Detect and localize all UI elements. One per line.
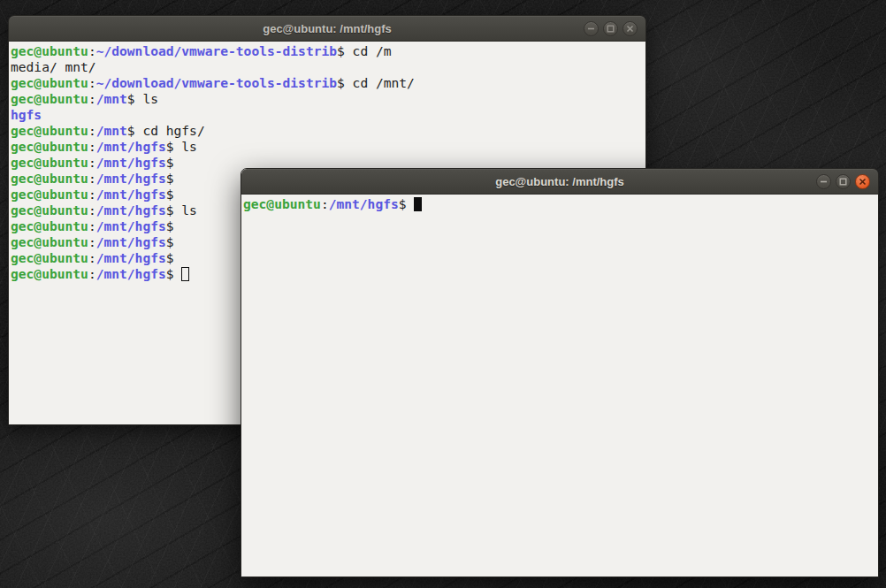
close-button[interactable] <box>622 21 638 36</box>
terminal-output[interactable]: gec@ubuntu:/mnt/hgfs$ <box>241 195 878 577</box>
terminal-window-foreground[interactable]: gec@ubuntu: /mnt/hgfs gec@ubuntu:/mnt/hg… <box>241 168 879 577</box>
maximize-button[interactable] <box>603 21 618 36</box>
titlebar[interactable]: gec@ubuntu: /mnt/hgfs <box>241 169 878 195</box>
close-icon <box>626 25 634 33</box>
maximize-icon <box>839 178 847 186</box>
terminal-cursor <box>414 197 422 211</box>
window-title: gec@ubuntu: /mnt/hgfs <box>9 16 645 41</box>
minimize-icon <box>820 178 828 186</box>
terminal-line: gec@ubuntu:/mnt/hgfs$ <box>243 196 878 212</box>
maximize-icon <box>607 25 615 33</box>
minimize-icon <box>587 25 595 33</box>
window-title: gec@ubuntu: /mnt/hgfs <box>241 169 878 194</box>
terminal-line: media/ mnt/ <box>11 59 645 75</box>
close-button[interactable] <box>855 174 870 189</box>
window-controls <box>816 169 870 194</box>
window-controls <box>584 16 638 41</box>
terminal-line: gec@ubuntu:/mnt/hgfs$ ls <box>11 139 645 155</box>
minimize-button[interactable] <box>816 174 831 189</box>
terminal-line: gec@ubuntu:~/download/vmware-tools-distr… <box>11 43 645 59</box>
terminal-line: gec@ubuntu:~/download/vmware-tools-distr… <box>11 75 645 91</box>
minimize-button[interactable] <box>584 21 599 36</box>
terminal-cursor <box>181 267 189 281</box>
terminal-line: gec@ubuntu:/mnt$ cd hgfs/ <box>11 123 645 139</box>
close-icon <box>859 178 867 186</box>
terminal-line: gec@ubuntu:/mnt$ ls <box>11 91 645 107</box>
desktop: gec@ubuntu: /mnt/hgfs gec@ubuntu:~/downl… <box>0 0 886 588</box>
terminal-line: hgfs <box>11 107 645 123</box>
titlebar[interactable]: gec@ubuntu: /mnt/hgfs <box>9 16 645 42</box>
maximize-button[interactable] <box>836 174 851 189</box>
